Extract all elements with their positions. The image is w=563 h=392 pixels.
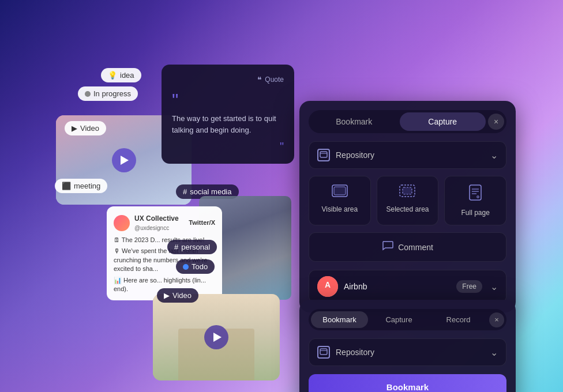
svg-rect-6 [470,185,481,200]
quote-label: ❝ Quote [172,75,284,84]
comment-row[interactable]: Comment [309,232,506,262]
tab-sm-record[interactable]: Record [430,311,487,328]
airbnb-free-badge: Free [456,280,482,293]
visible-area-icon [332,184,348,201]
bookmark-panel: Bookmark Capture Record × Repository ⌄ B… [299,300,516,392]
svg-rect-3 [334,187,346,195]
tag-idea-label: idea [120,71,134,80]
svg-rect-0 [320,152,327,157]
capture-tab-bar: Bookmark Capture × [309,110,506,133]
selected-area-label: Selected area [386,205,429,213]
repo-label: Repository [336,150,374,160]
capture-options-grid: Visible area Selected area [309,176,506,225]
quote-tag-text: Quote [265,76,284,84]
comment-label: Comment [398,243,433,252]
interior-card [153,294,280,380]
bookmark-action-button[interactable]: Bookmark [309,374,506,392]
meeting-icon: ⬛ [62,182,71,190]
bookmark-repo-left: Repository [317,346,374,359]
tab-bookmark[interactable]: Bookmark [311,112,397,131]
tag-personal-label: personal [181,243,210,251]
airbnb-row[interactable]: A Airbnb Free ⌄ [309,270,506,303]
twitter-platform: Twitter/X [189,218,215,228]
bookmark-tab-bar: Bookmark Capture Record × [309,309,506,330]
tag-meeting-label: meeting [74,182,100,190]
repository-row[interactable]: Repository ⌄ [309,141,506,169]
bookmark-repo-row[interactable]: Repository ⌄ [309,338,506,366]
tab-capture[interactable]: Capture [400,112,486,131]
inprogress-dot [85,91,91,97]
tag-meeting[interactable]: ⬛ meeting [55,179,107,193]
repo-left: Repository [317,149,374,161]
repo-chevron: ⌄ [490,150,498,161]
video2-icon: ▶ [164,291,170,300]
option-selected-area[interactable]: Selected area [377,176,439,225]
twitter-name: UX Collective [134,213,179,224]
quote-text: The way to get started is to quit talkin… [172,113,284,135]
airbnb-name: Airbnb [344,282,451,291]
hashtag-icon-personal: # [174,243,178,251]
close-quote: " [172,140,284,153]
open-quote: " [172,91,284,110]
twitter-handle: @uxdesigncc [134,224,179,232]
idea-icon: 💡 [108,71,117,80]
tag-inprogress[interactable]: In progress [78,86,138,101]
play-button-person[interactable] [112,148,136,172]
bookmark-panel-close[interactable]: × [489,312,504,327]
airbnb-chevron: ⌄ [490,281,498,292]
twitter-user: UX Collective @uxdesigncc [134,213,179,232]
svg-rect-12 [320,349,327,355]
tag-video2-label: Video [172,291,192,300]
video-icon: ▶ [72,124,77,133]
selected-area-icon [399,184,415,201]
tag-video[interactable]: ▶ Video [65,121,106,135]
tag-todo[interactable]: Todo [176,259,215,274]
quote-card: ❝ Quote " The way to get started is to q… [162,65,294,164]
tab-sm-capture[interactable]: Capture [370,311,427,328]
full-page-label: Full page [461,209,489,217]
panel-close-button[interactable]: × [488,114,504,130]
airbnb-avatar: A [317,276,338,297]
visible-area-label: Visible area [322,205,358,213]
bookmark-repo-label: Repository [336,348,374,357]
twitter-header: UX Collective @uxdesigncc Twitter/X [114,213,215,232]
todo-dot [183,264,189,270]
twitter-avatar [114,215,130,231]
comment-icon [382,240,393,254]
tag-inprogress-label: In progress [93,89,131,98]
quote-icon: ❝ [257,75,262,84]
tab-sm-bookmark[interactable]: Bookmark [311,311,368,328]
option-visible-area[interactable]: Visible area [309,176,371,225]
capture-panel: Bookmark Capture × Repository ⌄ [299,101,516,312]
tag-socialmedia-label: social media [190,187,231,196]
play-button-interior[interactable] [204,325,228,349]
svg-text:A: A [325,280,331,289]
tag-video-label: Video [80,124,99,133]
repo-icon [317,149,330,161]
bookmark-repo-chevron: ⌄ [490,347,498,358]
full-page-icon [469,184,482,204]
bookmark-repo-icon [317,346,330,359]
hashtag-icon-social: # [183,187,187,196]
tag-personal[interactable]: # personal [167,240,217,254]
tag-idea[interactable]: 💡 idea [101,68,141,82]
svg-rect-5 [403,187,412,194]
tag-video2[interactable]: ▶ Video [157,288,198,303]
tag-todo-label: Todo [192,262,208,271]
option-full-page[interactable]: Full page [444,176,506,225]
